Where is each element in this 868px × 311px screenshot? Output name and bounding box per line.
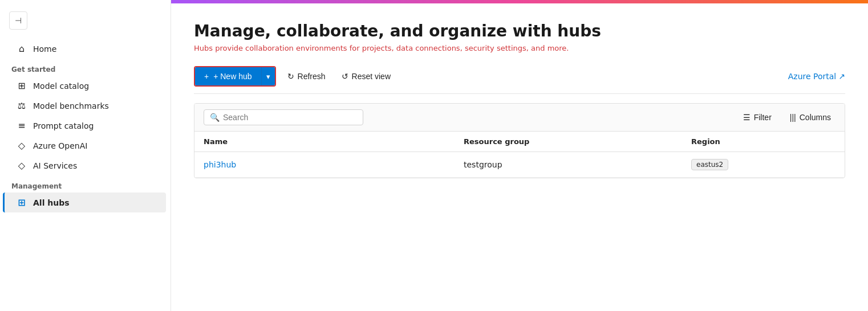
sidebar-item-label: Model benchmarks <box>33 101 109 111</box>
search-icon: 🔍 <box>210 113 220 122</box>
filter-label: Filter <box>754 113 772 122</box>
region-cell: eastus2 <box>682 152 845 178</box>
azure-openai-icon: ◇ <box>16 140 27 151</box>
refresh-icon: ↻ <box>287 72 294 81</box>
sidebar-item-all-hubs[interactable]: ⊞ All hubs <box>3 193 166 212</box>
ai-services-icon: ◇ <box>16 160 27 171</box>
sidebar-item-prompt-catalog[interactable]: ≡ Prompt catalog <box>5 116 166 136</box>
hub-name-link[interactable]: phi3hub <box>204 160 236 169</box>
reset-view-button[interactable]: ↺ Reset view <box>335 68 398 84</box>
filter-icon: ☰ <box>743 113 751 122</box>
sidebar-item-label: Prompt catalog <box>33 121 94 130</box>
azure-portal-label: Azure Portal <box>788 72 837 81</box>
reset-view-label: Reset view <box>352 72 391 81</box>
chevron-down-icon: ▾ <box>266 72 270 81</box>
sidebar-item-model-catalog[interactable]: ⊞ Model catalog <box>5 76 166 96</box>
plus-icon: + <box>204 72 209 81</box>
columns-icon: ||| <box>790 113 796 122</box>
sidebar-item-label: Model catalog <box>33 81 89 91</box>
sidebar-item-ai-services[interactable]: ◇ AI Services <box>5 156 166 175</box>
azure-portal-link[interactable]: Azure Portal ↗ <box>788 72 845 81</box>
page-title: Manage, collaborate, and organize with h… <box>194 22 845 40</box>
main-content: Manage, collaborate, and organize with h… <box>171 0 868 311</box>
sidebar-item-label: All hubs <box>33 198 70 207</box>
new-hub-dropdown-button[interactable]: ▾ <box>261 67 275 85</box>
hubs-table: Name Resource group Region phi3hubtestgr… <box>194 132 845 178</box>
sidebar-item-label: AI Services <box>33 161 77 170</box>
sidebar-item-azure-openai[interactable]: ◇ Azure OpenAI <box>5 136 166 156</box>
model-catalog-icon: ⊞ <box>16 80 27 91</box>
refresh-label: Refresh <box>298 72 326 81</box>
col-header-name: Name <box>194 132 455 152</box>
columns-label: Columns <box>800 113 831 122</box>
model-benchmarks-icon: ⚖ <box>16 100 27 111</box>
table-header-row: Name Resource group Region <box>194 132 845 152</box>
search-input[interactable] <box>223 113 357 122</box>
columns-button[interactable]: ||| Columns <box>785 111 835 124</box>
content-area: Manage, collaborate, and organize with h… <box>171 3 868 311</box>
sidebar-toggle-area: ⊣ <box>0 7 171 39</box>
col-header-region: Region <box>682 132 845 152</box>
refresh-button[interactable]: ↻ Refresh <box>281 68 332 84</box>
table-toolbar-right: ☰ Filter ||| Columns <box>739 111 835 124</box>
collapse-icon: ⊣ <box>15 16 22 25</box>
table-toolbar: 🔍 ☰ Filter ||| Columns <box>194 104 845 132</box>
region-badge: eastus2 <box>691 159 728 170</box>
sidebar-item-home[interactable]: ⌂ Home <box>5 39 166 59</box>
sidebar-section-management: Management <box>0 175 171 193</box>
col-header-resource-group: Resource group <box>455 132 682 152</box>
sidebar-item-model-benchmarks[interactable]: ⚖ Model benchmarks <box>5 96 166 116</box>
sidebar-item-label: Home <box>33 44 56 54</box>
search-box[interactable]: 🔍 <box>204 109 363 125</box>
new-hub-button[interactable]: + + New hub <box>195 67 261 85</box>
prompt-catalog-icon: ≡ <box>16 120 27 131</box>
sidebar-item-label: Azure OpenAI <box>33 141 87 150</box>
sidebar-toggle-button[interactable]: ⊣ <box>9 11 27 30</box>
page-subtitle: Hubs provide collaboration environments … <box>194 44 845 52</box>
home-icon: ⌂ <box>16 43 27 54</box>
external-link-icon: ↗ <box>838 72 845 81</box>
filter-button[interactable]: ☰ Filter <box>739 111 776 124</box>
all-hubs-icon: ⊞ <box>16 197 27 208</box>
reset-icon: ↺ <box>342 72 348 81</box>
sidebar: ⊣ ⌂ Home Get started ⊞ Model catalog ⚖ M… <box>0 0 171 311</box>
table-row: phi3hubtestgroupeastus2 <box>194 152 845 178</box>
sidebar-section-get-started: Get started <box>0 59 171 76</box>
resource-group-cell: testgroup <box>455 152 682 178</box>
new-hub-group: + + New hub ▾ <box>194 66 276 87</box>
hubs-table-container: 🔍 ☰ Filter ||| Columns <box>194 103 845 178</box>
new-hub-label: + New hub <box>213 72 252 81</box>
main-toolbar: + + New hub ▾ ↻ Refresh ↺ Reset view Azu… <box>194 66 845 94</box>
